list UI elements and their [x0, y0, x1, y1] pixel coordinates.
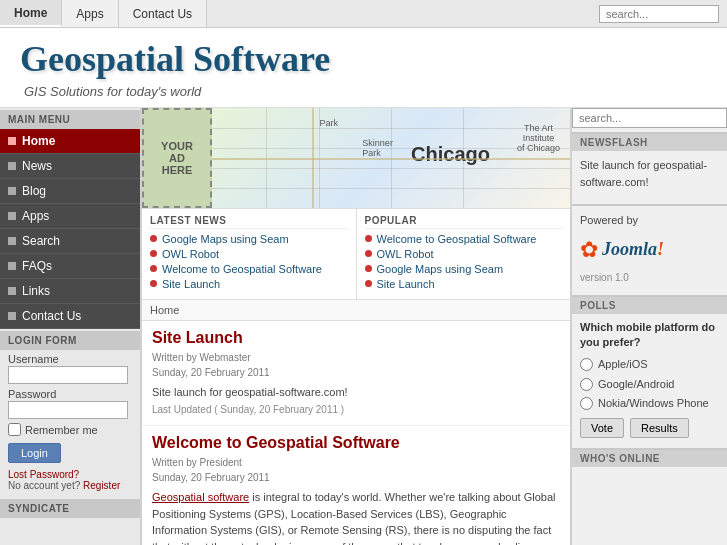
geospatial-software-link[interactable]: Geospatial software: [152, 491, 249, 503]
poll-label-ios: Apple/iOS: [598, 356, 648, 373]
site-title: Geospatial Software: [20, 38, 707, 80]
joomla-version: version 1.0: [580, 270, 719, 285]
sidebar-item-apps[interactable]: Apps: [0, 204, 140, 229]
lost-password-link[interactable]: Lost Password?: [8, 469, 79, 480]
news-link[interactable]: OWL Robot: [162, 248, 219, 260]
right-sidebar: Newsflash Site launch for geospatial-sof…: [572, 108, 727, 545]
nav-tab-contact[interactable]: Contact Us: [119, 0, 207, 27]
sidebar-item-news[interactable]: News: [0, 154, 140, 179]
news-item: Welcome to Geospatial Software: [365, 233, 563, 245]
main-menu-title: Main Menu: [0, 110, 140, 129]
bullet-icon: [8, 162, 16, 170]
news-item: OWL Robot: [365, 248, 563, 260]
powered-by-section: Powered by ✿ Joomla! version 1.0: [572, 204, 727, 291]
map-road: [212, 158, 570, 160]
top-search-area: [599, 0, 727, 27]
news-dot-icon: [365, 280, 372, 287]
top-navigation: Home Apps Contact Us: [0, 0, 727, 28]
news-dot-icon: [150, 265, 157, 272]
joomla-logo: ✿ Joomla!: [580, 233, 719, 266]
ad-banner: YOUR AD HERE Chicago Park SkinnerPark Th…: [142, 108, 570, 208]
no-account-text: No account yet?: [8, 480, 80, 491]
poll-radio-nokia[interactable]: [580, 397, 593, 410]
password-label: Password: [8, 388, 132, 400]
search-input[interactable]: [599, 5, 719, 23]
latest-news-col: Latest News Google Maps using Seam OWL R…: [142, 209, 357, 299]
news-item: Google Maps using Seam: [365, 263, 563, 275]
bullet-icon: [8, 137, 16, 145]
poll-option-ios: Apple/iOS: [580, 356, 719, 373]
newsflash-section: Newsflash Site launch for geospatial-sof…: [572, 132, 727, 196]
news-link[interactable]: OWL Robot: [377, 248, 434, 260]
bullet-icon: [8, 287, 16, 295]
article-body: Geospatial software is integral to today…: [152, 489, 560, 545]
news-link[interactable]: Google Maps using Seam: [377, 263, 504, 275]
map-skinner-park: SkinnerPark: [362, 138, 393, 158]
article-meta: Written by Webmaster Sunday, 20 February…: [152, 350, 560, 380]
powered-by-label: Powered by: [580, 212, 719, 229]
poll-label-nokia: Nokia/Windows Phone: [598, 395, 709, 412]
article-body: Site launch for geospatial-software.com!…: [152, 384, 560, 417]
vote-button[interactable]: Vote: [580, 418, 624, 438]
article-title[interactable]: Welcome to Geospatial Software: [152, 434, 560, 452]
news-dot-icon: [150, 280, 157, 287]
username-label: Username: [8, 353, 132, 365]
article-title[interactable]: Site Launch: [152, 329, 560, 347]
site-subtitle: GIS Solutions for today's world: [24, 84, 707, 99]
right-search-input[interactable]: [572, 108, 727, 128]
ad-line2: AD: [169, 152, 185, 164]
sidebar-item-search[interactable]: Search: [0, 229, 140, 254]
register-link[interactable]: Register: [83, 480, 120, 491]
news-link[interactable]: Site Launch: [377, 278, 435, 290]
news-link[interactable]: Google Maps using Seam: [162, 233, 289, 245]
sidebar-item-blog[interactable]: Blog: [0, 179, 140, 204]
popular-title: Popular: [365, 215, 563, 229]
username-input[interactable]: [8, 366, 128, 384]
powered-by-body: Powered by ✿ Joomla! version 1.0: [572, 206, 727, 291]
nav-tab-home[interactable]: Home: [0, 0, 62, 27]
joomla-star-icon: ✿: [580, 233, 598, 266]
newsflash-title: Newsflash: [572, 134, 727, 151]
sidebar-item-home[interactable]: Home: [0, 129, 140, 154]
poll-radio-ios[interactable]: [580, 358, 593, 371]
news-item: Google Maps using Seam: [150, 233, 348, 245]
news-link[interactable]: Site Launch: [162, 278, 220, 290]
news-item: OWL Robot: [150, 248, 348, 260]
news-item: Welcome to Geospatial Software: [150, 263, 348, 275]
ad-line1: YOUR: [161, 140, 193, 152]
whos-online-title: Who's Online: [572, 450, 727, 467]
remember-me-checkbox[interactable]: [8, 423, 21, 436]
ad-line3: HERE: [162, 164, 193, 176]
last-updated: Last Updated ( Sunday, 20 February 2011 …: [152, 404, 344, 415]
poll-option-android: Google/Android: [580, 376, 719, 393]
map-city-label: Chicago: [411, 143, 490, 166]
poll-question: Which mobile platform do you prefer?: [580, 320, 719, 351]
article-welcome: Welcome to Geospatial Software Written b…: [142, 426, 570, 545]
bullet-icon: [8, 187, 16, 195]
polls-title: Polls: [572, 297, 727, 314]
bullet-icon: [8, 237, 16, 245]
joomla-text: Joomla!: [602, 236, 664, 263]
password-input[interactable]: [8, 401, 128, 419]
site-header: Geospatial Software GIS Solutions for to…: [0, 28, 727, 108]
news-dot-icon: [365, 250, 372, 257]
nav-tab-apps[interactable]: Apps: [62, 0, 118, 27]
news-dot-icon: [150, 250, 157, 257]
sidebar-item-links[interactable]: Links: [0, 279, 140, 304]
sidebar-item-faqs[interactable]: FAQs: [0, 254, 140, 279]
news-item: Site Launch: [150, 278, 348, 290]
news-link[interactable]: Welcome to Geospatial Software: [377, 233, 537, 245]
whos-online-body: [572, 467, 727, 479]
sidebar-item-contact[interactable]: Contact Us: [0, 304, 140, 329]
login-button[interactable]: Login: [8, 443, 61, 463]
main-wrapper: Main Menu Home News Blog Apps Search FAQ…: [0, 108, 727, 545]
map-area: Chicago Park SkinnerPark The ArtInstitut…: [212, 108, 570, 208]
news-link[interactable]: Welcome to Geospatial Software: [162, 263, 322, 275]
login-links: Lost Password? No account yet? Register: [8, 469, 132, 491]
news-dot-icon: [150, 235, 157, 242]
newsflash-body: Site launch for geospatial-software.com!: [572, 151, 727, 196]
results-button[interactable]: Results: [630, 418, 689, 438]
poll-radio-android[interactable]: [580, 378, 593, 391]
bullet-icon: [8, 312, 16, 320]
map-road: [312, 108, 314, 208]
